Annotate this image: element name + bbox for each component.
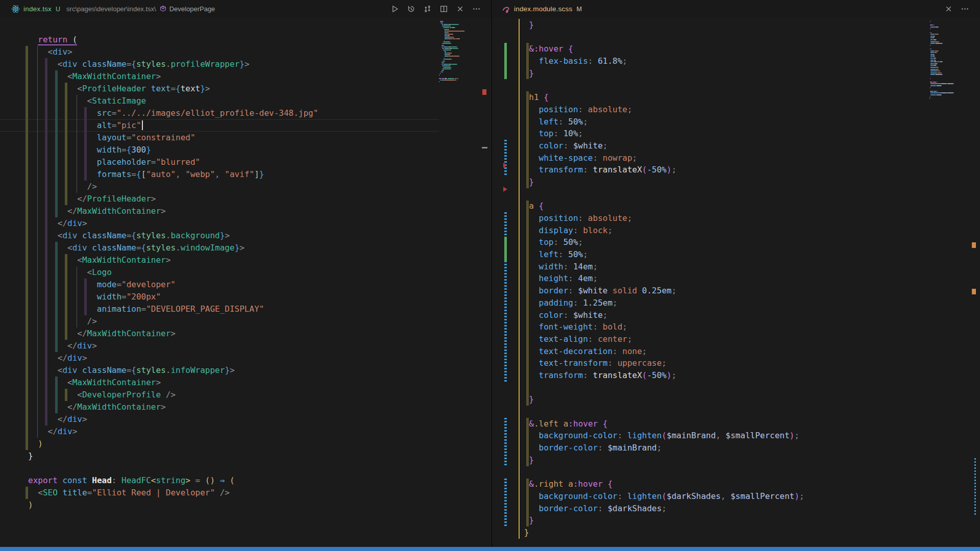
run-icon[interactable] xyxy=(390,5,399,13)
code-line[interactable]: width="200px" xyxy=(28,291,318,303)
code-line[interactable]: ) xyxy=(28,499,318,511)
code-line[interactable]: width={300} xyxy=(28,144,318,156)
code-line[interactable]: } xyxy=(519,514,804,527)
compare-icon[interactable] xyxy=(423,5,432,13)
code-line[interactable]: alt="pic" xyxy=(28,119,318,132)
more-icon[interactable] xyxy=(961,5,969,13)
code-line[interactable]: </MaxWidthContainer> xyxy=(28,328,318,340)
code-line[interactable]: left: 50%; xyxy=(519,248,804,261)
code-area[interactable]: return ( <div> <div className={styles.pr… xyxy=(28,34,318,511)
code-line[interactable]: top: 10%; xyxy=(519,128,804,140)
code-line[interactable]: a { xyxy=(519,200,804,212)
git-gutter-deleted-mark[interactable] xyxy=(503,163,507,168)
git-gutter-modified-mark[interactable] xyxy=(504,479,507,527)
code-line[interactable]: top: 50%; xyxy=(519,236,804,248)
code-line[interactable]: } xyxy=(519,527,804,539)
code-line[interactable]: color: $white; xyxy=(519,140,804,152)
code-line[interactable]: transform: translateX(-50%); xyxy=(519,164,804,176)
git-gutter-added-mark[interactable] xyxy=(504,237,507,261)
minimap[interactable] xyxy=(929,21,966,531)
code-line[interactable]: </MaxWidthContainer> xyxy=(28,205,318,217)
code-line[interactable]: </div> xyxy=(28,352,318,364)
breadcrumb-path[interactable]: src\pages\developer\index.tsx\ xyxy=(66,5,156,13)
close-icon[interactable] xyxy=(944,5,953,13)
code-line[interactable]: export const Head: HeadFC<string> = () ⇒… xyxy=(28,474,318,487)
code-line[interactable]: } xyxy=(519,176,804,188)
git-gutter-modified-mark[interactable] xyxy=(504,212,507,236)
code-line[interactable]: text-decoration: none; xyxy=(519,345,804,358)
code-line[interactable]: <DeveloperProfile /> xyxy=(28,389,318,401)
code-line[interactable]: <div className={styles.infoWrapper}> xyxy=(28,364,318,377)
code-line[interactable] xyxy=(519,79,804,91)
split-icon[interactable] xyxy=(439,5,448,13)
code-line[interactable]: <ProfileHeader text={text}> xyxy=(28,83,318,95)
code-line[interactable]: padding: 1.25em; xyxy=(519,297,804,309)
code-line[interactable]: border-color: $mainBrand; xyxy=(519,442,804,454)
code-line[interactable]: </div> xyxy=(28,413,318,425)
close-icon[interactable] xyxy=(456,5,464,13)
code-line[interactable] xyxy=(519,188,804,201)
code-line[interactable]: transform: translateX(-50%); xyxy=(519,369,804,382)
code-line[interactable]: <StaticImage xyxy=(28,95,318,107)
code-line[interactable]: <div className={styles.windowImage}> xyxy=(28,242,318,254)
code-line[interactable] xyxy=(519,382,804,394)
code-line[interactable]: /> xyxy=(28,181,318,193)
code-line[interactable]: <Logo xyxy=(28,266,318,279)
code-line[interactable]: text-transform: uppercase; xyxy=(519,357,804,369)
code-line[interactable]: src="../../images/elliot_profile-dev-348… xyxy=(28,107,318,119)
code-line[interactable]: formats={["auto", "webp", "avif"]} xyxy=(28,168,318,181)
code-line[interactable] xyxy=(519,406,804,418)
code-line[interactable]: &.left a:hover { xyxy=(519,418,804,430)
code-line[interactable]: mode="developer" xyxy=(28,279,318,291)
code-line[interactable]: <div> xyxy=(28,46,318,58)
code-line[interactable]: <div className={styles.background}> xyxy=(28,230,318,242)
code-line[interactable]: &.right a:hover { xyxy=(519,478,804,490)
code-line[interactable]: width: 14em; xyxy=(519,261,804,273)
code-line[interactable]: left: 50%; xyxy=(519,116,804,128)
code-line[interactable] xyxy=(519,466,804,478)
overview-ruler[interactable] xyxy=(480,18,492,547)
code-line[interactable]: animation="DEVELOPER_PAGE_DISPLAY" xyxy=(28,303,318,315)
code-line[interactable]: } xyxy=(519,454,804,466)
history-icon[interactable] xyxy=(407,5,415,13)
code-line[interactable]: /> xyxy=(28,315,318,328)
tab-filename[interactable]: index.tsx xyxy=(23,5,52,13)
git-gutter-modified-mark[interactable] xyxy=(504,261,507,382)
code-line[interactable]: color: $white; xyxy=(519,309,804,321)
code-line[interactable]: &:hover { xyxy=(519,43,804,55)
code-line[interactable]: border: $white solid 0.25em; xyxy=(519,285,804,297)
minimap[interactable] xyxy=(439,21,480,531)
code-line[interactable]: placeholder="blurred" xyxy=(28,156,318,168)
code-line[interactable]: </div> xyxy=(28,425,318,438)
code-line[interactable]: position: absolute; xyxy=(519,104,804,116)
code-line[interactable]: } xyxy=(28,450,318,462)
code-line[interactable] xyxy=(28,462,318,474)
code-line[interactable]: </MaxWidthContainer> xyxy=(28,401,318,413)
more-icon[interactable] xyxy=(472,5,481,13)
git-gutter-modified-mark[interactable] xyxy=(504,418,507,466)
code-line[interactable]: layout="constrained" xyxy=(28,132,318,144)
code-line[interactable] xyxy=(519,31,804,43)
code-line[interactable]: font-weight: bold; xyxy=(519,321,804,333)
code-line[interactable]: display: block; xyxy=(519,224,804,237)
code-area[interactable]: } &:hover { flex-basis: 61.8%; } h1 { po… xyxy=(519,19,804,539)
code-line[interactable]: } xyxy=(519,393,804,406)
editor-pane-index-tsx[interactable]: return ( <div> <div className={styles.pr… xyxy=(0,18,492,547)
code-line[interactable]: h1 { xyxy=(519,91,804,104)
code-line[interactable]: </ProfileHeader> xyxy=(28,193,318,205)
code-line[interactable]: border-color: $darkShades; xyxy=(519,503,804,515)
code-line[interactable]: <MaxWidthContainer> xyxy=(28,70,318,83)
code-line[interactable]: ) xyxy=(28,438,318,450)
code-line[interactable]: } xyxy=(519,19,804,31)
code-line[interactable]: </div> xyxy=(28,340,318,352)
code-line[interactable]: <div className={styles.profileWrapper}> xyxy=(28,58,318,70)
overview-ruler[interactable] xyxy=(970,18,980,547)
code-line[interactable]: <SEO title="Elliot Reed | Developer" /> xyxy=(28,487,318,499)
breadcrumb-symbol[interactable]: DeveloperPage xyxy=(169,5,215,13)
code-line[interactable]: background-color: lighten($darkShades, $… xyxy=(519,490,804,503)
code-line[interactable]: height: 4em; xyxy=(519,272,804,285)
code-line[interactable]: </div> xyxy=(28,217,318,230)
status-bar[interactable] xyxy=(0,547,980,551)
code-line[interactable]: background-color: lighten($mainBrand, $s… xyxy=(519,430,804,442)
code-line[interactable]: <MaxWidthContainer> xyxy=(28,377,318,389)
